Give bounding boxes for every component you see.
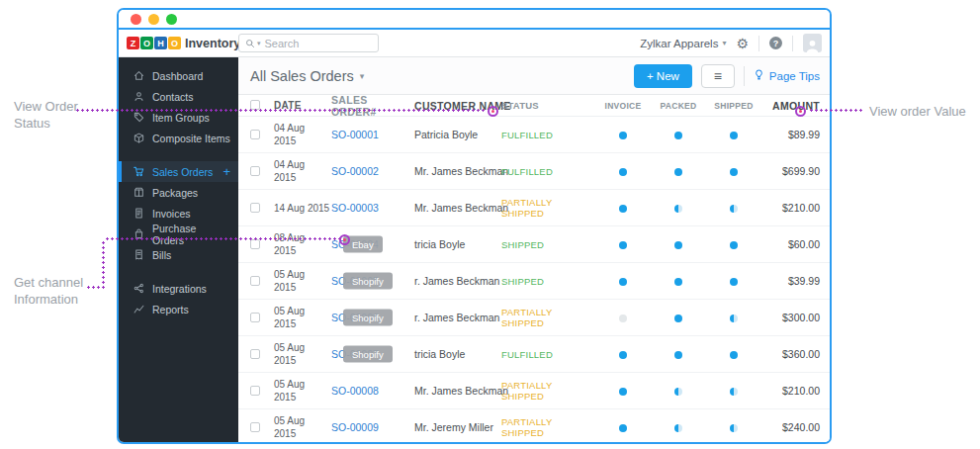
status-badge: SHIPPED — [501, 276, 595, 287]
order-link[interactable]: SO-00009 — [331, 421, 379, 433]
annotation-text: View Order — [14, 98, 78, 115]
order-link[interactable]: SO-00008 — [331, 385, 379, 397]
org-selector[interactable]: Zylkar Apparels ▾ — [640, 38, 726, 49]
sales-orders-icon — [134, 166, 144, 177]
item-groups-icon — [134, 112, 144, 123]
logo-letter: H — [154, 37, 167, 49]
packed-status-dot — [674, 388, 682, 396]
row-checkbox[interactable] — [250, 130, 260, 139]
row-checkbox[interactable] — [250, 203, 260, 213]
sidebar-item-contacts[interactable]: Contacts — [119, 86, 238, 107]
invoice-status-dot — [619, 205, 627, 213]
sidebar-item-bills[interactable]: Bills — [119, 244, 238, 265]
divider — [792, 36, 793, 51]
bills-icon — [134, 249, 144, 260]
row-checkbox[interactable] — [250, 313, 260, 322]
list-view-menu-button[interactable]: ≡ — [701, 64, 735, 88]
sidebar-item-label: Integrations — [152, 283, 207, 295]
sidebar-item-label: Purchase Orders — [152, 223, 230, 246]
packed-status-dot — [674, 351, 682, 359]
page-tips-button[interactable]: Page Tips — [754, 69, 820, 82]
row-checkbox[interactable] — [250, 166, 260, 176]
list-title-dropdown[interactable]: All Sales Orders ▾ — [250, 68, 364, 84]
sidebar-group: IntegrationsReports — [119, 278, 238, 319]
zoho-logo[interactable]: ZOHO Inventory ▾ — [119, 37, 238, 50]
column-header-invoice[interactable]: INVOICE — [595, 101, 651, 111]
sidebar-item-sales-orders[interactable]: Sales Orders+ — [119, 161, 238, 182]
column-header-shipped[interactable]: SHIPPED — [706, 101, 761, 111]
shipped-status-dot — [730, 351, 738, 359]
sidebar-item-integrations[interactable]: Integrations — [119, 278, 238, 299]
annotation-marker-amount — [795, 106, 806, 117]
zoho-logo-tiles: ZOHO — [127, 37, 181, 49]
order-link[interactable]: SO-00001 — [331, 129, 379, 140]
row-checkbox[interactable] — [250, 239, 260, 249]
column-header-packed[interactable]: PACKED — [651, 101, 706, 111]
search-scope-chevron-icon[interactable]: ▾ — [257, 40, 261, 47]
table-row[interactable]: 05 Aug2015SO-00005Shopifyr. James Beckma… — [238, 263, 830, 300]
traffic-light-zoom[interactable] — [166, 14, 177, 25]
order-date: 08 Aug2015 — [274, 231, 331, 257]
packed-status-dot — [674, 132, 682, 139]
channel-tag: Shopify — [343, 310, 393, 326]
table-row[interactable]: 05 Aug2015SO-00008Mr. James BeckmanPARTI… — [238, 373, 830, 409]
column-header-sales-order-[interactable]: SALES ORDER# — [331, 94, 414, 118]
sidebar-item-label: Contacts — [152, 91, 193, 103]
row-checkbox[interactable] — [250, 422, 260, 432]
sidebar-item-dashboard[interactable]: Dashboard — [119, 65, 238, 86]
sidebar-item-purchase-orders[interactable]: Purchase Orders — [119, 224, 238, 244]
sidebar: DashboardContactsItem GroupsComposite It… — [119, 57, 238, 442]
table-row[interactable]: 05 Aug2015SO-00009Mr. Jeremy MillerPARTI… — [238, 409, 830, 444]
packed-status-dot — [674, 168, 682, 176]
gear-icon[interactable]: ⚙ — [736, 37, 749, 50]
sidebar-item-reports[interactable]: Reports — [119, 299, 238, 319]
customer-name: r. James Beckman — [414, 275, 501, 287]
invoice-status-dot — [619, 424, 627, 432]
sidebar-item-packages[interactable]: Packages — [119, 182, 238, 203]
table-row[interactable]: 04 Aug2015SO-00002Mr. James BeckmanFULFI… — [238, 153, 830, 190]
order-link[interactable]: SO-00003 — [331, 202, 379, 214]
order-link[interactable]: SO-00002 — [331, 165, 379, 177]
packed-status-dot — [674, 314, 682, 322]
traffic-light-minimize[interactable] — [148, 14, 159, 25]
order-amount: $89.99 — [761, 129, 820, 140]
shipped-status-dot — [730, 205, 738, 213]
table-row[interactable]: 14 Aug 2015SO-00003Mr. James BeckmanPART… — [238, 190, 830, 226]
annotation-view-order-status: View Order Status — [14, 98, 78, 132]
invoice-status-dot — [619, 241, 627, 249]
traffic-light-close[interactable] — [131, 14, 141, 25]
table-row[interactable]: 04 Aug2015SO-00001Patricia BoyleFULFILLE… — [238, 117, 830, 153]
sidebar-item-composite-items[interactable]: Composite Items — [119, 128, 238, 148]
avatar[interactable] — [803, 34, 822, 52]
sidebar-item-invoices[interactable]: Invoices — [119, 203, 238, 224]
logo-letter: O — [140, 37, 153, 49]
shipped-status-dot — [730, 424, 738, 432]
shipped-status-dot — [730, 168, 738, 176]
home-icon — [134, 70, 144, 81]
table-row[interactable]: 08 Aug2015SO-00004Ebaytricia BoyleSHIPPE… — [238, 226, 830, 263]
annotation-view-order-value: View order Value — [869, 103, 966, 120]
table-row[interactable]: 05 Aug2015SO-00006Shopifyr. James Beckma… — [238, 300, 830, 336]
search-input[interactable]: ▾ Search — [238, 34, 379, 52]
sidebar-item-label: Bills — [152, 249, 171, 261]
row-checkbox[interactable] — [250, 386, 260, 396]
annotation-dotted-line-status — [75, 109, 487, 112]
order-amount: $39.99 — [761, 275, 820, 287]
customer-name: tricia Boyle — [414, 348, 501, 360]
order-amount: $210.00 — [761, 202, 820, 214]
chevron-down-icon: ▾ — [722, 39, 726, 47]
lightbulb-icon — [754, 69, 764, 82]
column-header-status[interactable]: STATUS — [501, 100, 595, 111]
add-sales-order-button[interactable]: + — [223, 164, 230, 179]
integrations-icon — [134, 283, 144, 294]
annotation-dotted-line-amount — [809, 109, 864, 112]
row-checkbox[interactable] — [250, 276, 260, 286]
row-checkbox[interactable] — [250, 349, 260, 359]
select-all-checkbox[interactable] — [250, 100, 260, 110]
table-row[interactable]: 05 Aug2015SO-00007Shopifytricia BoyleFUL… — [238, 336, 830, 373]
order-date: 05 Aug2015 — [274, 341, 331, 367]
status-badge: FULFILLED — [501, 166, 595, 177]
shipped-status-dot — [730, 278, 738, 286]
help-icon[interactable]: ? — [769, 37, 782, 49]
new-button[interactable]: + New — [634, 64, 692, 88]
